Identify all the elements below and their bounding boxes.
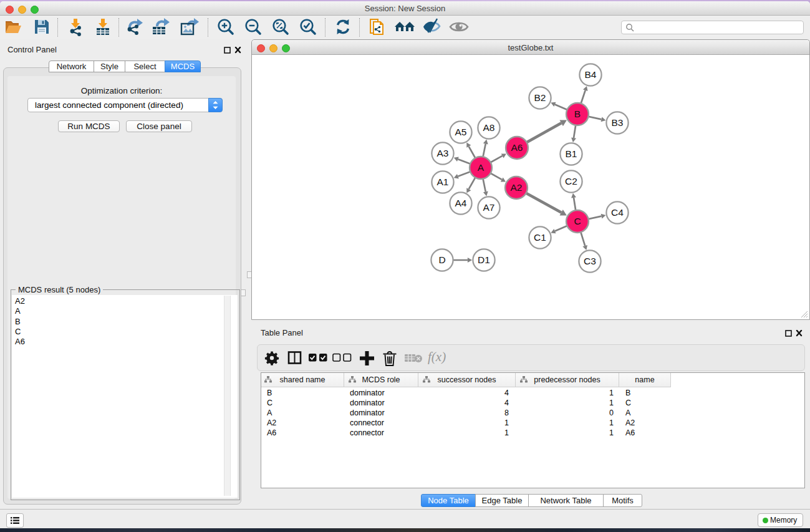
svg-text:A2: A2 [511,182,523,193]
svg-text:A5: A5 [455,127,467,137]
svg-text:B4: B4 [585,69,597,80]
svg-text:D: D [438,254,445,265]
svg-text:C: C [574,216,581,226]
svg-text:C2: C2 [565,176,577,186]
svg-text:A8: A8 [483,122,495,133]
svg-text:B1: B1 [566,148,577,159]
svg-text:A3: A3 [437,148,449,158]
svg-text:D1: D1 [478,254,490,265]
svg-text:B3: B3 [612,117,624,128]
svg-text:C1: C1 [534,232,546,243]
svg-text:A6: A6 [511,142,523,153]
svg-text:A1: A1 [437,177,449,187]
svg-text:C4: C4 [611,207,624,218]
svg-text:A4: A4 [455,198,467,208]
svg-text:A7: A7 [483,202,495,213]
svg-text:B: B [574,109,581,119]
svg-text:A: A [478,162,485,173]
svg-text:C3: C3 [584,256,596,266]
svg-text:B2: B2 [534,92,546,103]
